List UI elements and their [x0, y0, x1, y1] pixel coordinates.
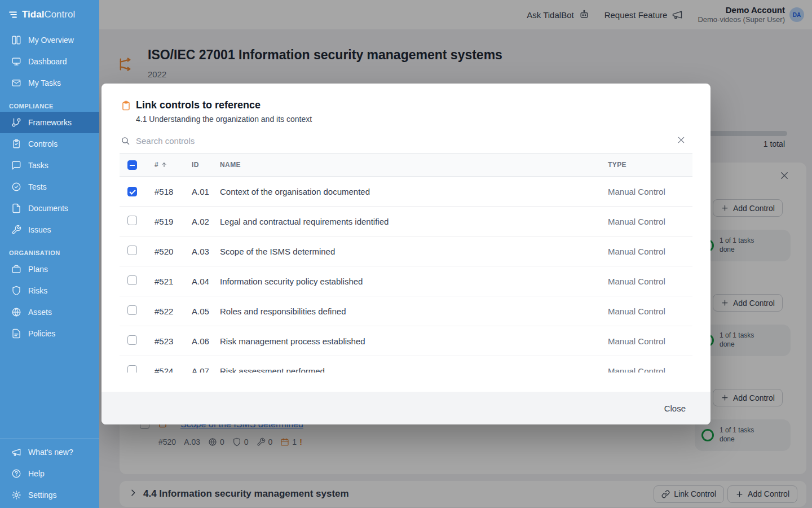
sidebar-item-label: Risks [28, 286, 47, 295]
modal-doc-icon [121, 99, 131, 124]
table-row[interactable]: #523 A.06 Risk management process establ… [120, 326, 692, 356]
gear-icon [11, 490, 21, 500]
sidebar-item-controls[interactable]: Controls [0, 133, 99, 155]
sidebar-item-label: Help [28, 469, 45, 478]
tools-icon [11, 225, 21, 235]
select-all-checkbox[interactable] [127, 160, 137, 170]
sidebar-item-label: What's new? [28, 448, 73, 457]
controls-table: # ID NAME TYPE #518 A.01 Context of the … [120, 153, 692, 373]
chat-icon [11, 160, 21, 170]
row-checkbox[interactable] [127, 305, 137, 315]
modal-footer: Close [102, 392, 710, 424]
help-icon [11, 468, 21, 479]
sidebar-bottom-group: What's new? Help Settings [0, 439, 99, 506]
row-id: A.04 [192, 277, 220, 286]
row-id: A.01 [192, 187, 220, 196]
row-type: Manual Control [608, 277, 692, 286]
row-name: Information security policy established [220, 277, 608, 286]
table-row[interactable]: #524 A.07 Risk assessment performed Manu… [120, 356, 692, 373]
row-checkbox[interactable] [127, 187, 137, 196]
brand-logo[interactable]: TidalControl [0, 0, 99, 29]
column-id[interactable]: ID [192, 161, 220, 169]
sidebar-item-label: Issues [28, 225, 51, 234]
sidebar: TidalControl My Overview Dashboard My Ta… [0, 0, 99, 508]
table-body: #518 A.01 Context of the organisation do… [120, 177, 692, 373]
sidebar-item-whats-new[interactable]: What's new? [0, 441, 99, 463]
row-id: A.07 [192, 366, 220, 373]
sidebar-item-settings[interactable]: Settings [0, 484, 99, 506]
app-screen: TidalControl My Overview Dashboard My Ta… [0, 0, 812, 508]
table-row[interactable]: #520 A.03 Scope of the ISMS determined M… [120, 237, 692, 266]
row-id: A.05 [192, 306, 220, 316]
sidebar-item-label: Tasks [28, 161, 48, 170]
sidebar-item-tests[interactable]: Tests [0, 176, 99, 198]
row-type: Manual Control [608, 247, 692, 256]
sidebar-item-label: Assets [28, 308, 52, 317]
sidebar-item-frameworks[interactable]: Frameworks [0, 112, 99, 133]
briefcase-icon [11, 264, 21, 274]
megaphone-icon [11, 447, 21, 457]
sidebar-item-label: Controls [28, 139, 58, 148]
search-input[interactable] [136, 136, 691, 146]
row-number: #520 [155, 247, 192, 256]
sidebar-item-label: My Overview [28, 36, 74, 45]
row-name: Risk management process established [220, 336, 608, 346]
row-checkbox[interactable] [127, 335, 137, 345]
row-name: Legal and contractual requirements ident… [220, 217, 608, 226]
sidebar-item-policies[interactable]: Policies [0, 323, 99, 344]
column-name[interactable]: NAME [220, 161, 608, 169]
row-checkbox[interactable] [127, 365, 137, 373]
search-icon [121, 136, 130, 146]
sidebar-item-documents[interactable]: Documents [0, 198, 99, 219]
link-controls-modal: Link controls to reference 4.1 Understan… [102, 84, 710, 424]
row-checkbox[interactable] [127, 216, 137, 225]
row-type: Manual Control [608, 306, 692, 316]
sidebar-item-help[interactable]: Help [0, 463, 99, 484]
sidebar-item-assets[interactable]: Assets [0, 301, 99, 323]
sidebar-item-label: Documents [28, 204, 68, 213]
brand-icon [8, 10, 18, 20]
row-checkbox[interactable] [127, 246, 137, 255]
check-circle-icon [11, 182, 21, 192]
row-id: A.06 [192, 336, 220, 346]
row-id: A.03 [192, 247, 220, 256]
brand-name-bold: Tidal [22, 9, 44, 20]
sidebar-item-label: Plans [28, 265, 48, 274]
column-number[interactable]: # [155, 161, 192, 169]
frameworks-icon [11, 117, 21, 128]
table-row[interactable]: #522 A.05 Roles and responsibilities def… [120, 296, 692, 326]
sidebar-section-compliance: COMPLIANCE [9, 103, 99, 110]
sidebar-item-plans[interactable]: Plans [0, 259, 99, 280]
sidebar-item-risks[interactable]: Risks [0, 280, 99, 301]
sort-up-icon [161, 161, 167, 168]
row-type: Manual Control [608, 366, 692, 373]
sidebar-item-label: Tests [28, 182, 47, 191]
sidebar-item-label: Dashboard [28, 57, 67, 66]
row-name: Context of the organisation documented [220, 187, 608, 196]
modal-close-icon[interactable] [677, 135, 686, 144]
row-type: Manual Control [608, 187, 692, 196]
row-name: Roles and responsibilities defined [220, 306, 608, 316]
dashboard-icon [11, 56, 21, 67]
sidebar-item-issues[interactable]: Issues [0, 219, 99, 240]
row-number: #521 [155, 277, 192, 286]
table-row[interactable]: #519 A.02 Legal and contractual requirem… [120, 207, 692, 237]
column-type[interactable]: TYPE [608, 161, 692, 169]
close-button[interactable]: Close [664, 404, 686, 413]
overview-icon [11, 35, 21, 45]
sidebar-item-my-tasks[interactable]: My Tasks [0, 72, 99, 94]
sidebar-item-my-overview[interactable]: My Overview [0, 29, 99, 51]
sidebar-item-label: Settings [28, 491, 57, 500]
sidebar-item-label: Frameworks [28, 118, 72, 127]
table-row[interactable]: #518 A.01 Context of the organisation do… [120, 177, 692, 207]
row-number: #524 [155, 366, 192, 373]
globe-icon [11, 307, 21, 317]
policy-icon [11, 329, 21, 339]
row-number: #518 [155, 187, 192, 196]
sidebar-item-tasks[interactable]: Tasks [0, 155, 99, 176]
table-row[interactable]: #521 A.04 Information security policy es… [120, 266, 692, 296]
sidebar-item-label: My Tasks [28, 78, 61, 87]
row-checkbox[interactable] [127, 275, 137, 285]
sidebar-item-dashboard[interactable]: Dashboard [0, 51, 99, 72]
sidebar-section-organisation: ORGANISATION [9, 249, 99, 256]
